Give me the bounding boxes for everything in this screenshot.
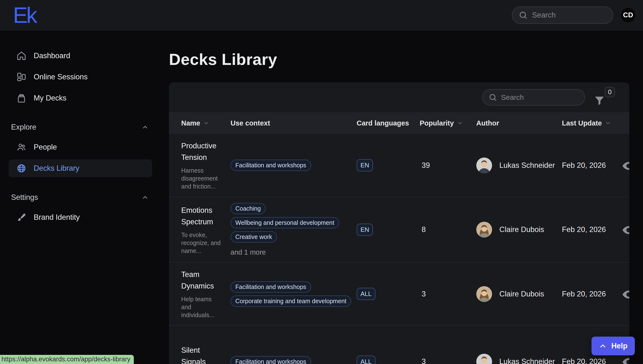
- table-row[interactable]: Productive Tension Harness disagreement …: [169, 134, 629, 197]
- chevron-down-icon: [457, 120, 463, 126]
- sessions-icon: [16, 72, 27, 82]
- filter-count-badge: 0: [605, 87, 615, 97]
- context-tag: Facilitation and workshops: [230, 356, 311, 364]
- sidebar-item-label: Decks Library: [34, 164, 79, 172]
- sidebar-item-decks-library[interactable]: Decks Library: [9, 160, 152, 177]
- global-search[interactable]: [512, 6, 613, 24]
- filter-button[interactable]: 0: [594, 87, 615, 108]
- deck-name[interactable]: Team Dynamics: [181, 269, 223, 292]
- context-tag: Corporate training and team development: [230, 296, 351, 307]
- brush-icon: [16, 212, 27, 222]
- search-icon: [489, 93, 497, 102]
- table-row[interactable]: Team Dynamics Help teams and individuals…: [169, 262, 629, 325]
- sidebar-item-my-decks[interactable]: My Decks: [9, 89, 152, 107]
- section-label: Explore: [11, 123, 36, 132]
- language-pill: EN: [357, 159, 373, 172]
- eye-icon[interactable]: [622, 288, 629, 301]
- chevron-down-icon: [203, 120, 209, 126]
- table-search[interactable]: [482, 89, 585, 106]
- language-pill: EN: [357, 224, 373, 236]
- author-name: Claire Dubois: [499, 225, 544, 234]
- chevron-up-icon: [142, 124, 149, 131]
- column-header-name[interactable]: Name: [181, 119, 230, 127]
- help-button[interactable]: Help: [591, 336, 635, 355]
- chevron-up-icon: [142, 194, 149, 201]
- user-avatar[interactable]: CD: [621, 8, 635, 22]
- column-header-author[interactable]: Author: [476, 119, 562, 127]
- table-search-input[interactable]: [501, 93, 579, 102]
- popularity-value: 8: [420, 225, 476, 234]
- eye-icon[interactable]: [622, 223, 629, 237]
- more-tags-label: and 1 more: [230, 248, 266, 256]
- topbar: Ek CD: [0, 0, 643, 30]
- eye-icon[interactable]: [622, 355, 629, 364]
- sidebar-item-brand-identity[interactable]: Brand Identity: [9, 208, 152, 226]
- context-tag: Coaching: [230, 203, 266, 214]
- last-update-value: Feb 20, 2026: [562, 357, 623, 364]
- row-actions: [623, 222, 629, 237]
- languages-cell: ALL: [357, 288, 420, 300]
- deck-name[interactable]: Emotions Spectrum: [181, 204, 223, 228]
- deck-name[interactable]: Silent Signals: [181, 344, 223, 364]
- use-context-cell: Coaching Wellbeing and personal developm…: [230, 197, 357, 262]
- last-update-value: Feb 20, 2026: [562, 225, 623, 234]
- main-content: Decks Library 0 Name: [169, 30, 643, 364]
- author-name: Lukas Schneider: [499, 357, 555, 364]
- column-label: Card languages: [357, 119, 409, 127]
- last-update-value: Feb 20, 2026: [562, 290, 623, 298]
- deck-description: Harness disagreement and friction...: [181, 166, 223, 190]
- deck-name-cell: Emotions Spectrum To evoke, recognize, a…: [181, 198, 230, 261]
- row-actions: [623, 287, 629, 301]
- context-tag: Facilitation and workshops: [230, 281, 311, 292]
- languages-cell: ALL: [357, 356, 420, 364]
- column-header-popularity[interactable]: Popularity: [420, 119, 476, 127]
- language-pill: ALL: [357, 288, 375, 300]
- people-icon: [16, 142, 27, 152]
- sidebar: Dashboard Online Sessions My Decks Explo…: [0, 30, 159, 364]
- author-avatar: [476, 222, 492, 238]
- chevron-up-icon: [599, 342, 607, 350]
- sidebar-item-label: Brand Identity: [34, 213, 80, 222]
- table-row[interactable]: Emotions Spectrum To evoke, recognize, a…: [169, 197, 629, 262]
- table-row[interactable]: Silent Signals Notice what... Facilitati…: [169, 325, 629, 364]
- sidebar-section-settings[interactable]: Settings: [11, 193, 149, 202]
- context-tag: Creative work: [230, 231, 277, 242]
- use-context-cell: Facilitation and workshops Corporate tra…: [230, 276, 357, 312]
- deck-name-cell: Productive Tension Harness disagreement …: [181, 134, 230, 197]
- popularity-value: 3: [420, 290, 476, 298]
- deck-name[interactable]: Productive Tension: [181, 140, 223, 163]
- deck-description: Help teams and individuals...: [181, 295, 223, 319]
- author-avatar: [476, 354, 492, 364]
- column-label: Author: [476, 119, 499, 127]
- author-avatar: [476, 286, 492, 302]
- author-cell: Lukas Schneider: [476, 354, 562, 364]
- sidebar-item-dashboard[interactable]: Dashboard: [9, 47, 152, 65]
- sidebar-item-online-sessions[interactable]: Online Sessions: [9, 68, 152, 86]
- column-label: Use context: [230, 119, 270, 127]
- deck-description: To evoke, recognize, and name...: [181, 231, 223, 255]
- sidebar-item-people[interactable]: People: [9, 138, 152, 156]
- eye-icon[interactable]: [622, 159, 629, 172]
- filter-icon: [594, 95, 605, 106]
- app-logo[interactable]: Ek: [13, 4, 36, 26]
- section-label: Settings: [11, 193, 38, 202]
- column-header-card-languages[interactable]: Card languages: [357, 119, 420, 127]
- use-context-cell: Facilitation and workshops: [230, 154, 357, 177]
- use-context-cell: Facilitation and workshops: [230, 350, 357, 364]
- popularity-value: 39: [420, 161, 476, 170]
- column-header-last-update[interactable]: Last Update: [562, 119, 623, 127]
- deck-name-cell: Team Dynamics Help teams and individuals…: [181, 262, 230, 325]
- column-header-use-context[interactable]: Use context: [230, 119, 357, 127]
- language-pill: ALL: [357, 356, 375, 364]
- sidebar-section-explore[interactable]: Explore: [11, 123, 149, 132]
- context-tag: Wellbeing and personal development: [230, 217, 339, 228]
- row-actions: [623, 158, 629, 172]
- search-icon: [519, 10, 528, 20]
- author-name: Claire Dubois: [499, 290, 544, 298]
- context-tag: Facilitation and workshops: [230, 160, 311, 171]
- decks-table-card: 0 Name Use context Card languages Popula…: [169, 82, 629, 364]
- global-search-input[interactable]: [532, 11, 606, 20]
- sidebar-item-label: My Decks: [34, 94, 66, 102]
- last-update-value: Feb 20, 2026: [562, 161, 623, 170]
- languages-cell: EN: [357, 224, 420, 236]
